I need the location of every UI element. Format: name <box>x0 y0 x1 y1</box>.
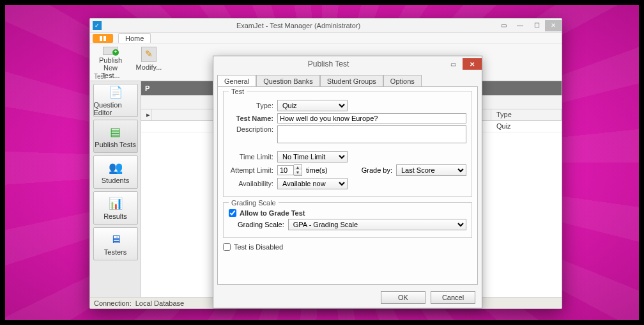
allow-grade-checkbox[interactable]: Allow to Grade Test <box>229 209 466 217</box>
tab-student-groups[interactable]: Student Groups <box>320 75 383 87</box>
list-icon: ▤ <box>107 124 124 139</box>
sidebar-item-question-editor[interactable]: 📄 Question Editor <box>93 84 138 117</box>
ribbon-group-label: Test <box>94 73 105 80</box>
tab-home[interactable]: Home <box>118 33 151 43</box>
main-panel: P ▸ Created Type .2013 Quiz Publish Test… <box>141 81 562 297</box>
gradeby-label: Grade by: <box>362 166 392 174</box>
app-icon: ✓ <box>93 21 102 30</box>
name-label: Test Name: <box>229 115 273 122</box>
cell-type: Quiz <box>491 121 562 132</box>
times-label: time(s) <box>306 166 328 174</box>
allow-grade-label: Allow to Grade Test <box>240 209 305 217</box>
ribbon-toggle-icon[interactable]: ▭ <box>495 20 512 31</box>
grading-fieldset: Grading Scale Allow to Grade Test Gradin… <box>223 202 472 238</box>
sidebar-item-results[interactable]: 📊 Results <box>93 191 138 225</box>
disabled-label: Test is Disabled <box>234 243 283 251</box>
quick-access-toolbar: Home <box>90 33 562 44</box>
attempt-input[interactable] <box>277 165 294 175</box>
ok-button[interactable]: OK <box>381 291 425 304</box>
allow-grade-input[interactable] <box>229 209 236 217</box>
attempt-spinner[interactable]: ▲▼ <box>277 164 302 176</box>
description-input[interactable] <box>277 125 466 143</box>
dialog-tabs: General Question Banks Student Groups Op… <box>213 72 482 86</box>
app-menu-button[interactable] <box>93 34 113 43</box>
spin-up-icon[interactable]: ▲ <box>294 165 302 170</box>
disabled-input[interactable] <box>223 243 231 251</box>
grading-scale-label: Grading Scale: <box>238 221 284 228</box>
modify-label: Modify... <box>136 63 162 71</box>
sidebar-item-students[interactable]: 👥 Students <box>93 155 138 189</box>
sidebar: 📄 Question Editor ▤ Publish Tests 👥 Stud… <box>90 81 141 297</box>
type-label: Type: <box>229 102 273 109</box>
grading-legend: Grading Scale <box>229 199 279 207</box>
col-type[interactable]: Type <box>491 109 562 120</box>
window-title: ExamJet - Test Manager (Administrator) <box>102 22 495 29</box>
main-window: ✓ ExamJet - Test Manager (Administrator)… <box>89 18 562 309</box>
sidebar-item-label: Testers <box>104 248 126 256</box>
grading-scale-select[interactable]: GPA - Grading Scale <box>288 219 466 230</box>
timelimit-label: Time Limit: <box>229 153 273 161</box>
minimize-button[interactable]: — <box>512 20 528 31</box>
sidebar-item-label: Results <box>103 212 127 220</box>
disabled-checkbox[interactable]: Test is Disabled <box>223 243 472 251</box>
cancel-button[interactable]: Cancel <box>431 291 475 304</box>
document-icon: 📄 <box>107 84 124 100</box>
modify-button[interactable]: Modify... <box>132 45 165 79</box>
dialog-restore-icon[interactable]: ▭ <box>443 58 463 70</box>
sidebar-item-publish-tests[interactable]: ▤ Publish Tests <box>93 120 138 153</box>
computers-icon: 🖥 <box>107 232 124 247</box>
students-icon: 👥 <box>107 160 124 175</box>
sidebar-item-label: Students <box>102 177 129 184</box>
spin-down-icon[interactable]: ▼ <box>294 170 302 175</box>
test-name-input[interactable] <box>277 113 466 123</box>
test-legend: Test <box>229 88 247 95</box>
titlebar[interactable]: ✓ ExamJet - Test Manager (Administrator)… <box>90 19 562 33</box>
dialog-titlebar[interactable]: Publish Test ▭ ✕ <box>213 56 482 72</box>
publish-test-dialog: Publish Test ▭ ✕ General Question Banks … <box>213 56 482 308</box>
modify-icon <box>141 47 157 62</box>
avail-label: Availability: <box>229 180 273 187</box>
status-value: Local Database <box>135 299 184 307</box>
availability-select[interactable]: Available now <box>277 178 348 189</box>
sidebar-item-testers[interactable]: 🖥 Testers <box>93 227 138 260</box>
maximize-button[interactable]: ☐ <box>528 20 545 31</box>
dialog-title: Publish Test <box>213 59 443 68</box>
close-button[interactable]: ✕ <box>545 20 562 31</box>
timelimit-select[interactable]: No Time Limit <box>277 151 348 162</box>
type-select[interactable]: Quiz <box>277 100 348 111</box>
tab-options[interactable]: Options <box>383 75 422 87</box>
tab-general[interactable]: General <box>217 75 256 87</box>
dialog-body: Test Type: Quiz Test Name: Des <box>217 86 478 285</box>
attempt-label: Attempt Limit: <box>229 166 273 174</box>
sidebar-item-label: Publish Tests <box>95 141 136 148</box>
row-indicator: ▸ <box>141 109 152 120</box>
desc-label: Description: <box>229 125 273 133</box>
test-fieldset: Test Type: Quiz Test Name: Des <box>223 91 472 197</box>
tab-question-banks[interactable]: Question Banks <box>256 75 320 87</box>
status-label: Connection: <box>94 299 132 307</box>
sidebar-item-label: Question Editor <box>94 101 137 116</box>
chart-icon: 📊 <box>107 196 124 211</box>
dialog-close-button[interactable]: ✕ <box>463 58 482 70</box>
gradeby-select[interactable]: Last Score <box>396 164 466 176</box>
publish-new-icon <box>103 47 118 55</box>
